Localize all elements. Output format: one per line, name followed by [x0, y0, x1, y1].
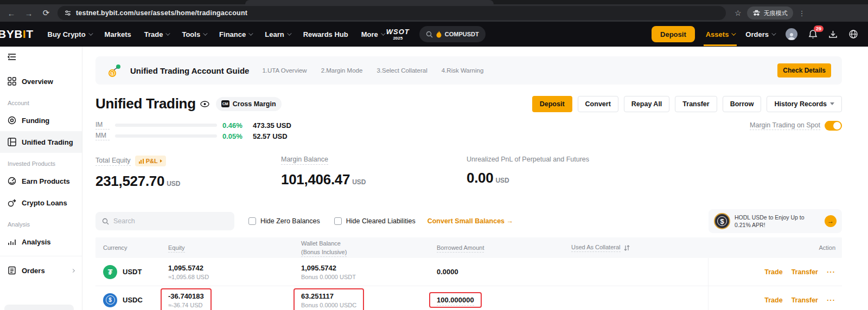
annotation-box-wallet: 63.251117 Bonus 0.0000 USDC — [293, 288, 364, 310]
filter-sort-icon[interactable] — [624, 245, 630, 251]
usde-promo-banner[interactable]: $ HODL USDe to Enjoy Up to 0.21% APR! → — [709, 209, 842, 233]
sidebar-item-crypto-loans[interactable]: Crypto Loans — [0, 192, 82, 214]
nav-right: Deposit Assets Orders 29 — [652, 26, 858, 42]
bookmark-star-icon[interactable]: ☆ — [735, 9, 742, 17]
menu-markets[interactable]: Markets — [105, 30, 131, 38]
borrowed-cell: 100.000000 — [429, 292, 564, 308]
hide-cleared-checkbox-group[interactable]: Hide Cleared Liabilities — [334, 217, 416, 225]
crypto-loans-icon — [8, 198, 16, 207]
hide-cleared-checkbox[interactable] — [334, 217, 342, 225]
download-icon[interactable] — [828, 30, 838, 39]
search-input[interactable] — [113, 217, 211, 225]
promo-arrow-button[interactable]: → — [825, 215, 837, 227]
convert-small-balances-link[interactable]: Convert Small Balances → — [427, 217, 513, 225]
incognito-icon — [752, 10, 761, 16]
total-equity-stat: Total Equity P&L 231,527.70USD — [95, 156, 281, 190]
browser-menu-icon[interactable]: ⋮ — [799, 9, 806, 17]
pnl-chart-icon — [139, 159, 144, 164]
url-text: testnet.bybit.com/user/assets/home/tradi… — [76, 9, 247, 17]
main-content: $ Unified Trading Account Guide 1.UTA Ov… — [82, 47, 868, 310]
chevron-down-icon — [203, 31, 207, 35]
chevron-down-icon — [166, 31, 170, 35]
sidebar-item-earn-products[interactable]: Earn Products — [0, 170, 82, 192]
annotation-box-borrowed: 100.000000 — [429, 292, 482, 308]
site-info-icon[interactable] — [64, 9, 72, 17]
repay-all-button[interactable]: Repay All — [624, 96, 670, 112]
convert-button[interactable]: Convert — [578, 96, 618, 112]
hide-zero-checkbox[interactable] — [248, 217, 256, 225]
sidebar-item-funding[interactable]: Funding — [0, 109, 82, 131]
action-cell: Trade Transfer ··· — [708, 258, 842, 286]
avatar[interactable] — [786, 28, 797, 40]
im-value: 473.35 USD — [253, 121, 291, 130]
header-wallet-balance: Wallet Balance(Bonus Inclusive) — [293, 239, 429, 257]
sidebar-item-overview[interactable]: Overview — [0, 70, 82, 92]
sidebar: Overview Account Funding Unified Trading… — [0, 47, 82, 310]
promo-text: HODL USDe to Enjoy Up to 0.21% APR! — [735, 214, 816, 229]
main-menu: Buy Crypto Markets Trade Tools Finance L… — [48, 30, 384, 38]
page-title: Unified Trading — [95, 95, 196, 112]
eye-icon[interactable] — [200, 101, 209, 107]
forward-icon[interactable]: → — [23, 9, 35, 18]
margin-mode-badge[interactable]: CM Cross Margin — [216, 97, 282, 111]
upnl-value: 0.00 — [467, 170, 493, 186]
asset-search[interactable] — [95, 212, 234, 230]
total-equity-label: Total Equity — [95, 157, 131, 166]
sidebar-item-analysis[interactable]: Analysis — [0, 231, 82, 253]
transfer-link[interactable]: Transfer — [792, 296, 818, 304]
check-details-button[interactable]: Check Details — [777, 63, 831, 78]
menu-trade[interactable]: Trade — [144, 30, 169, 38]
hide-zero-label: Hide Zero Balances — [260, 217, 320, 225]
menu-more[interactable]: More — [361, 30, 384, 38]
arrow-right-icon — [160, 159, 162, 163]
upnl-stat: Unrealized PnL of Perpetual and Futures … — [467, 156, 652, 190]
back-icon[interactable]: ← — [5, 9, 17, 18]
mm-row: MM 0.05% 52.57 USD — [95, 131, 842, 141]
sidebar-item-orders[interactable]: Orders — [0, 260, 82, 281]
sidebar-item-unified-trading[interactable]: Unified Trading — [0, 131, 82, 153]
menu-learn[interactable]: Learn — [265, 30, 290, 38]
deposit-button[interactable]: Deposit — [532, 96, 572, 112]
earn-products-icon — [8, 177, 16, 185]
transfer-link[interactable]: Transfer — [792, 268, 818, 276]
nav-orders[interactable]: Orders — [745, 30, 775, 38]
action-cell: Trade Transfer ··· — [708, 286, 842, 310]
more-actions-icon[interactable]: ··· — [827, 296, 835, 304]
history-records-button[interactable]: History Records — [767, 96, 842, 112]
equity-cell: 1,095.5742 ≈1,095.68 USD — [161, 264, 293, 280]
menu-buy-crypto[interactable]: Buy Crypto — [48, 30, 92, 38]
sidebar-section-analysis: Analysis — [0, 214, 82, 231]
pnl-badge[interactable]: P&L — [135, 156, 166, 166]
menu-tools[interactable]: Tools — [182, 30, 206, 38]
notifications-bell-icon[interactable]: 29 — [808, 29, 818, 39]
more-actions-icon[interactable]: ··· — [827, 268, 835, 276]
currency-symbol: USDT — [123, 268, 142, 276]
url-bar[interactable]: testnet.bybit.com/user/assets/home/tradi… — [58, 6, 726, 20]
margin-balance-value: 101,406.47 — [281, 171, 350, 188]
im-row: IM 0.46% 473.35 USD — [95, 120, 842, 131]
trade-link[interactable]: Trade — [764, 268, 782, 276]
transfer-button[interactable]: Transfer — [675, 96, 717, 112]
usde-coin-icon: $ — [714, 213, 730, 229]
reload-icon[interactable]: ⟳ — [40, 8, 52, 18]
nav-assets[interactable]: Assets — [706, 30, 735, 38]
language-globe-icon[interactable] — [848, 29, 858, 39]
borrow-button[interactable]: Borrow — [723, 96, 762, 112]
menu-finance[interactable]: Finance — [219, 30, 252, 38]
hide-zero-checkbox-group[interactable]: Hide Zero Balances — [248, 217, 320, 225]
account-title-row: Unified Trading CM Cross Margin Deposit … — [95, 95, 842, 112]
nav-deposit-button[interactable]: Deposit — [652, 26, 695, 42]
guide-step-2: 2.Margin Mode — [321, 67, 363, 74]
nav-search[interactable]: COMPUSDT — [419, 26, 486, 42]
wsot-logo[interactable]: WSOT2025 — [386, 28, 410, 41]
trade-link[interactable]: Trade — [764, 296, 782, 304]
sidebar-collapse-icon[interactable] — [8, 53, 82, 61]
bybit-logo[interactable]: BYBIT — [0, 28, 34, 41]
menu-rewards-hub[interactable]: Rewards Hub — [303, 30, 348, 38]
table-row-usdc: $ USDC -36.740183 ≈-36.74 USD 63.251117 … — [95, 286, 842, 310]
margin-balance-stat: Margin Balance 101,406.47USD — [281, 156, 467, 190]
header-action: Action — [708, 244, 842, 251]
spot-margin-toggle[interactable] — [825, 121, 842, 131]
browser-tab[interactable] — [245, 0, 494, 4]
table-row-usdt: ₮ USDT 1,095.5742 ≈1,095.68 USD 1,095.57… — [95, 258, 842, 286]
